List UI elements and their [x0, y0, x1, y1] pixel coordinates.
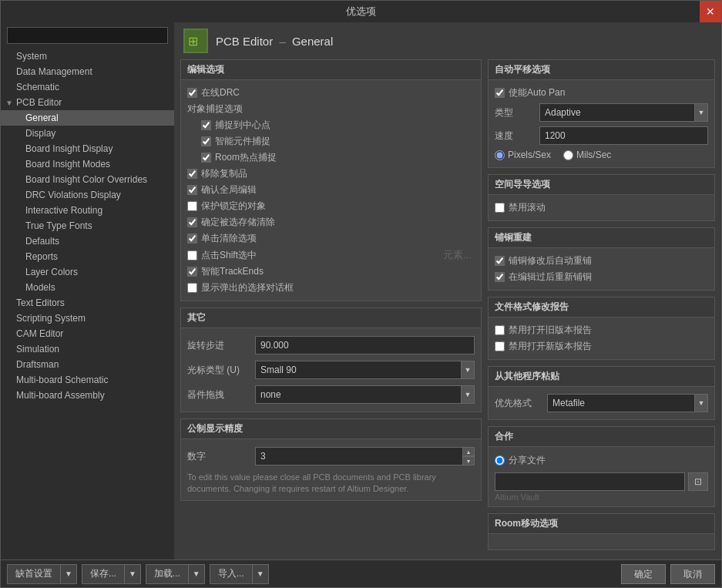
load-arrow[interactable]: ▼: [189, 564, 205, 584]
smart-component-checkbox[interactable]: [201, 136, 211, 146]
single-click-clear-label[interactable]: 单击清除选项: [201, 232, 257, 245]
sidebar-child-layer-colors[interactable]: Layer Colors: [1, 264, 174, 280]
component-drag-select[interactable]: none Connected Tracks: [255, 385, 475, 404]
sidebar-child-board-insight-modes[interactable]: Board Insight Modes: [1, 156, 174, 172]
spin-up-button[interactable]: ▲: [462, 447, 475, 456]
confirm-global-checkbox[interactable]: [187, 185, 197, 195]
vault-input[interactable]: [495, 472, 685, 491]
ok-button[interactable]: 确定: [621, 564, 666, 584]
sidebar-child-true-type-fonts[interactable]: True Type Fonts: [1, 218, 174, 234]
save-arrow[interactable]: ▼: [125, 564, 141, 584]
sidebar-child-reports[interactable]: Reports: [1, 249, 174, 264]
confirm-clear-checkbox[interactable]: [187, 217, 197, 227]
spin-down-button[interactable]: ▼: [462, 456, 475, 465]
single-click-clear-checkbox[interactable]: [187, 234, 197, 244]
sidebar-item-schematic[interactable]: ▶Schematic: [1, 79, 174, 95]
sidebar-item-simulation[interactable]: ▶Simulation: [1, 341, 174, 357]
number-spin-input[interactable]: [255, 447, 475, 465]
sidebar-item-text-editors[interactable]: ▶Text Editors: [1, 295, 174, 311]
sidebar-item-label-schematic[interactable]: ▶Schematic: [1, 79, 174, 95]
sidebar-item-pcb-editor[interactable]: ▼PCB EditorGeneralDisplayBoard Insight D…: [1, 95, 174, 295]
capture-center-label[interactable]: 捕捉到中心点: [215, 119, 270, 132]
click-shift-checkbox[interactable]: [187, 250, 197, 260]
sidebar-child-general[interactable]: General: [1, 110, 174, 126]
share-file-radio[interactable]: [495, 455, 505, 465]
autopan-pixels-radio[interactable]: [495, 150, 505, 160]
click-shift-label[interactable]: 点击Shift选中: [201, 249, 257, 262]
import-arrow[interactable]: ▼: [253, 564, 269, 584]
sidebar-child-board-insight-display[interactable]: Board Insight Display: [1, 141, 174, 156]
confirm-clear-label[interactable]: 确定被选存储清除: [201, 216, 275, 229]
sidebar-item-label-pcb-editor[interactable]: ▼PCB Editor: [1, 95, 174, 110]
autopan-mils-label[interactable]: Mils/Sec: [563, 150, 611, 160]
protect-locked-checkbox[interactable]: [187, 201, 197, 211]
sidebar-item-label-cam-editor[interactable]: ▶CAM Editor: [1, 326, 174, 341]
auto-repour-checkbox[interactable]: [495, 256, 505, 266]
autopan-mils-radio[interactable]: [563, 150, 573, 160]
smart-component-label[interactable]: 智能元件捕捉: [215, 135, 270, 148]
remove-duplicate-checkbox[interactable]: [187, 169, 197, 179]
disable-scroll-label[interactable]: 禁用滚动: [509, 201, 546, 214]
smart-track-ends-checkbox[interactable]: [187, 267, 197, 277]
sidebar-child-interactive-routing[interactable]: Interactive Routing: [1, 203, 174, 218]
online-drc-checkbox[interactable]: [187, 88, 197, 98]
sidebar-item-label-scripting-system[interactable]: ▶Scripting System: [1, 311, 174, 326]
autopan-speed-input[interactable]: [539, 126, 708, 145]
smart-track-ends-label[interactable]: 智能TrackEnds: [201, 265, 264, 278]
disable-new-checkbox[interactable]: [495, 341, 505, 351]
sidebar-child-drc-violations-display[interactable]: DRC Violations Display: [1, 187, 174, 203]
sidebar-item-data-management[interactable]: ▶Data Management: [1, 64, 174, 79]
sidebar-child-defaults[interactable]: Defaults: [1, 234, 174, 249]
sidebar-item-cam-editor[interactable]: ▶CAM Editor: [1, 326, 174, 341]
autopan-enable-label[interactable]: 使能Auto Pan: [509, 86, 565, 99]
close-button[interactable]: ✕: [700, 1, 721, 22]
sidebar-item-label-system[interactable]: ▶System: [1, 49, 174, 64]
repour-after-edit-checkbox[interactable]: [495, 272, 505, 282]
missing-settings-arrow[interactable]: ▼: [61, 564, 77, 584]
autopan-enable-checkbox[interactable]: [495, 88, 505, 98]
remove-duplicate-label[interactable]: 移除复制品: [201, 167, 247, 180]
room-move-title: Room移动选项: [489, 514, 714, 534]
sidebar-child-board-insight-color-overrides[interactable]: Board Insight Color Overrides: [1, 172, 174, 187]
sidebar-item-multi-board-assembly[interactable]: ▶Multi-board Assembly: [1, 388, 174, 403]
online-drc-label[interactable]: 在线DRC: [201, 86, 240, 99]
sidebar-child-models[interactable]: Models: [1, 280, 174, 295]
repour-after-edit-label[interactable]: 在编辑过后重新铺铜: [509, 270, 592, 284]
disable-old-label[interactable]: 禁用打开旧版本报告: [509, 324, 592, 337]
protect-locked-label[interactable]: 保护锁定的对象: [201, 200, 266, 213]
sidebar-item-draftsman[interactable]: ▶Draftsman: [1, 357, 174, 372]
disable-new-label[interactable]: 禁用打开新版本报告: [509, 340, 592, 353]
show-popup-label[interactable]: 显示弹出的选择对话框: [201, 281, 294, 294]
sidebar-item-label-text-editors[interactable]: ▶Text Editors: [1, 295, 174, 311]
disable-old-checkbox[interactable]: [495, 325, 505, 335]
capture-center-checkbox[interactable]: [201, 120, 211, 130]
sidebar-item-label-multi-board-assembly[interactable]: ▶Multi-board Assembly: [1, 388, 174, 403]
sidebar-item-label-multi-board-schematic[interactable]: ▶Multi-board Schematic: [1, 372, 174, 388]
paste-priority-select[interactable]: Metafile Bitmap Text: [547, 394, 708, 412]
show-popup-checkbox[interactable]: [187, 283, 197, 293]
search-input[interactable]: [7, 27, 168, 44]
sidebar-item-label-draftsman[interactable]: ▶Draftsman: [1, 357, 174, 372]
sidebar-item-scripting-system[interactable]: ▶Scripting System: [1, 311, 174, 326]
import-button[interactable]: 导入...: [210, 564, 253, 584]
rotation-input[interactable]: [255, 336, 475, 354]
cancel-button[interactable]: 取消: [670, 564, 715, 584]
sidebar-item-system[interactable]: ▶System: [1, 49, 174, 64]
room-hotspot-label[interactable]: Room热点捕捉: [215, 151, 277, 164]
cursor-type-select[interactable]: Small 90 Large 90 Small 45 Large 45: [255, 361, 475, 379]
vault-browse-button[interactable]: ⊡: [688, 472, 708, 491]
autopan-type-select[interactable]: Adaptive Fixed Size Jump Shift Accelerat…: [539, 103, 708, 122]
sidebar-item-label-simulation[interactable]: ▶Simulation: [1, 341, 174, 357]
sidebar-item-label-data-management[interactable]: ▶Data Management: [1, 64, 174, 79]
sidebar-child-display[interactable]: Display: [1, 126, 174, 141]
sidebar-item-multi-board-schematic[interactable]: ▶Multi-board Schematic: [1, 372, 174, 388]
autopan-pixels-label[interactable]: Pixels/Sex: [495, 150, 551, 160]
confirm-global-label[interactable]: 确认全局编辑: [201, 183, 257, 197]
share-file-label[interactable]: 分享文件: [509, 454, 546, 467]
save-button[interactable]: 保存...: [82, 564, 125, 584]
disable-scroll-checkbox[interactable]: [495, 203, 505, 213]
missing-settings-button[interactable]: 缺首设置: [7, 564, 61, 584]
load-button[interactable]: 加载...: [146, 564, 189, 584]
auto-repour-label[interactable]: 铺铜修改后自动重铺: [509, 254, 592, 267]
room-hotspot-checkbox[interactable]: [201, 153, 211, 163]
